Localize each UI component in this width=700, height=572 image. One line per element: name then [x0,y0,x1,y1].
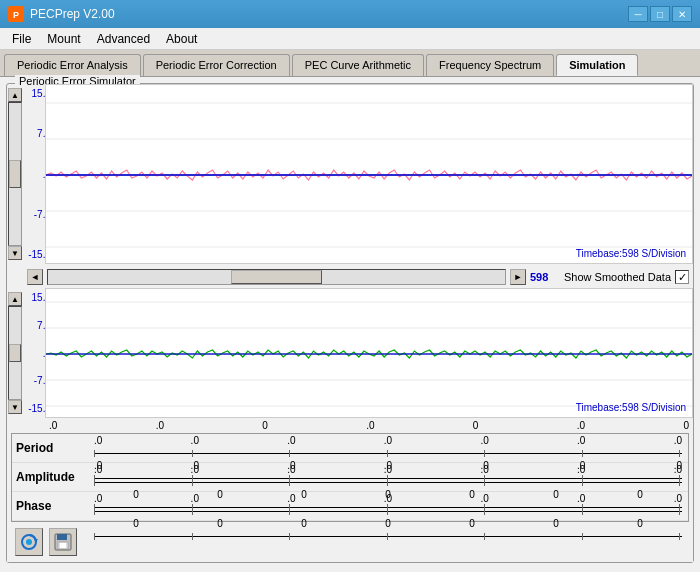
tab-simulation[interactable]: Simulation [556,54,638,76]
close-button[interactable]: ✕ [672,6,692,22]
scroll-area: ◄ ► 598 Show Smoothed Data ✓ [23,266,693,288]
menu-bar: File Mount Advanced About [0,28,700,50]
amplitude-label: Amplitude [16,470,88,484]
chart1-timebase: Timebase:598 S/Division [576,248,686,259]
svg-rect-22 [60,543,66,548]
menu-advanced[interactable]: Advanced [89,30,158,48]
app-title: PECPrep V2.00 [30,7,115,21]
tab-bar: Periodic Error Analysis Periodic Error C… [0,50,700,77]
svg-point-18 [26,539,32,545]
period-baseline1 [94,453,682,454]
params-section: Period .0.0.0.0.0.0.0 [11,433,689,522]
period-label: Period [16,441,88,455]
chart2-scroll-down[interactable]: ▼ [8,400,22,414]
tab-frequency-spectrum[interactable]: Frequency Spectrum [426,54,554,76]
phase-row: Phase .0.0.0.0.0.0.0 [12,492,688,521]
chart2-outer: ▲ ▼ 15.0 7.5 .0 -7.5 -15.0 [7,288,693,418]
period-row: Period .0.0.0.0.0.0.0 [12,434,688,463]
chart1: Timebase:598 S/Division [45,84,693,264]
tab-pec-curve-arithmetic[interactable]: PEC Curve Arithmetic [292,54,424,76]
window-controls[interactable]: ─ □ ✕ [628,6,692,22]
period-top-values: .0.0.0.0.0.0.0 [92,435,684,446]
menu-about[interactable]: About [158,30,205,48]
svg-rect-20 [57,534,67,540]
svg-text:P: P [13,10,19,20]
periodic-error-simulator-group: Periodic Error Simulator ▲ ▼ 15.0 7.5 [6,83,694,563]
phase-label: Phase [16,499,88,513]
refresh-button[interactable] [15,528,43,556]
svg-marker-17 [34,539,38,542]
period-tick1 [94,450,95,457]
scroll-right-button[interactable]: ► [510,269,526,285]
scroll-track[interactable] [47,269,506,285]
period-slider-container: .0.0.0.0.0.0.0 .0. [92,435,684,461]
amplitude-slider-container: .0.0.0.0.0.0.0 0000000 [92,464,684,490]
app-icon: P [8,6,24,22]
minimize-button[interactable]: ─ [628,6,648,22]
amplitude-row: Amplitude .0.0.0.0.0.0.0 [12,463,688,492]
smooth-data-label: Show Smoothed Data [564,271,671,283]
tab-periodic-error-analysis[interactable]: Periodic Error Analysis [4,54,141,76]
tab-periodic-error-correction[interactable]: Periodic Error Correction [143,54,290,76]
save-button[interactable] [49,528,77,556]
period-slider-row1[interactable] [94,447,682,459]
main-content: Periodic Error Simulator ▲ ▼ 15.0 7.5 [0,77,700,572]
scroll-thumb[interactable] [231,270,322,284]
maximize-button[interactable]: □ [650,6,670,22]
chart1-scroll-up[interactable]: ▲ [8,88,22,102]
scroll-left-button[interactable]: ◄ [27,269,43,285]
chart2: Timebase:598 S/Division [45,288,693,418]
chart2-svg [46,289,692,418]
menu-mount[interactable]: Mount [39,30,88,48]
title-bar: P PECPrep V2.00 ─ □ ✕ [0,0,700,28]
chart1-scroll-down[interactable]: ▼ [8,246,22,260]
menu-file[interactable]: File [4,30,39,48]
phase-slider-row1[interactable] [94,505,682,517]
smooth-data-checkbox[interactable]: ✓ [675,270,689,284]
amplitude-slider-row1[interactable] [94,476,682,488]
scroll-value: 598 [530,271,560,283]
chart1-outer: ▲ ▼ 15.0 7.5 .0 -7.5 -15.0 [7,84,693,264]
chart1-svg [46,85,692,264]
title-bar-left: P PECPrep V2.00 [8,6,115,22]
chart2-scroll-up[interactable]: ▲ [8,292,22,306]
x-axis-labels: .0 .0 0 .0 0 .0 0 [45,420,693,433]
phase-slider-container: .0.0.0.0.0.0.0 0000000 [92,493,684,519]
chart2-timebase: Timebase:598 S/Division [576,402,686,413]
phase-slider-row2[interactable] [94,530,682,542]
